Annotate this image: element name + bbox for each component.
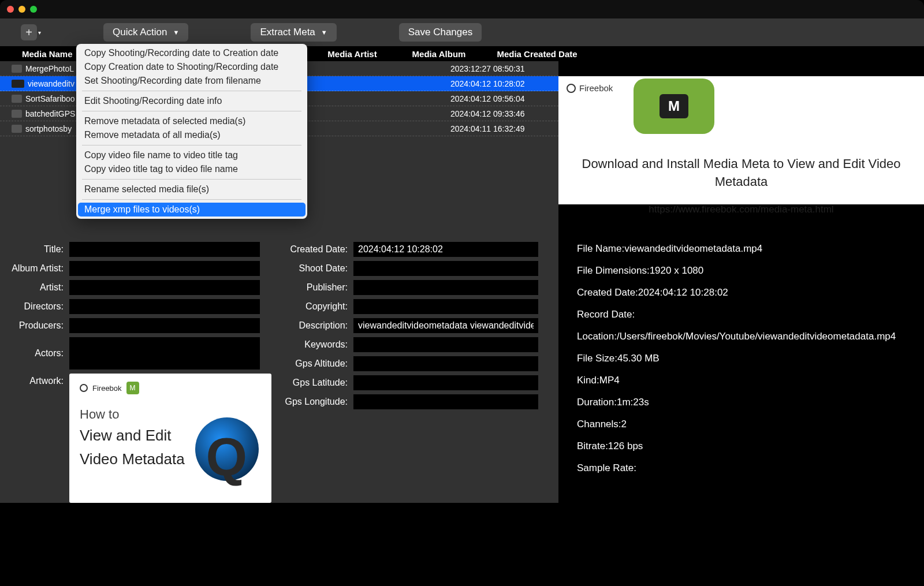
meta-line: Created Date: 2024:04:12 10:28:02 <box>577 287 919 298</box>
field-input[interactable] <box>69 280 260 295</box>
file-name: viewandeditv <box>28 79 74 88</box>
chevron-down-icon: ▼ <box>173 29 180 36</box>
field-label: Shoot Date: <box>277 263 353 274</box>
file-created-date: 2024:04:12 09:56:04 <box>450 94 554 103</box>
fireebok-logo-icon <box>80 384 88 392</box>
col-media-album[interactable]: Media Album <box>393 49 485 59</box>
save-changes-label: Save Changes <box>408 27 473 38</box>
menu-item[interactable]: Set Shooting/Recording date from filenam… <box>76 74 307 88</box>
field-label: Actors: <box>6 348 69 359</box>
quick-action-button[interactable]: Quick Action ▼ <box>103 23 188 42</box>
add-button[interactable]: + <box>21 24 37 40</box>
promo-heading: Download and Install Media Meta to View … <box>558 155 924 191</box>
file-created-date: 2024:04:12 10:28:02 <box>450 79 554 88</box>
col-media-created[interactable]: Media Created Date <box>485 49 589 59</box>
file-created-date: 2024:04:11 16:32:49 <box>450 124 554 133</box>
field-input[interactable] <box>353 356 538 371</box>
meta-line: Sample Rate: <box>577 462 919 474</box>
field-input[interactable] <box>353 242 538 257</box>
menu-item[interactable]: Remove metadata of selected media(s) <box>76 114 307 128</box>
menu-item[interactable]: Copy video file name to video title tag <box>76 148 307 162</box>
field-label: Producers: <box>6 320 69 331</box>
quicktime-q-icon: Q <box>206 430 247 483</box>
menu-item[interactable]: Edit Shooting/Recording date info <box>76 94 307 108</box>
close-window-button[interactable] <box>7 6 14 13</box>
meta-line: Location: /Users/fireebok/Movies/Youtube… <box>577 331 919 342</box>
app-tile-icon: M <box>634 79 714 134</box>
file-name: MergePhotoL <box>25 64 74 73</box>
field-input[interactable] <box>353 280 538 295</box>
field-input[interactable] <box>353 375 538 390</box>
meta-line: File Size: 45.30 MB <box>577 353 919 364</box>
menu-item[interactable]: Merge xmp files to videos(s) <box>78 203 305 217</box>
meta-line: File Dimensions: 1920 x 1080 <box>577 265 919 277</box>
menu-item[interactable]: Copy Creation date to Shooting/Recording… <box>76 60 307 74</box>
field-label: Artist: <box>6 282 69 293</box>
field-input[interactable] <box>353 318 538 333</box>
quick-action-label: Quick Action <box>113 27 167 38</box>
menu-item[interactable]: Copy video title tag to video file name <box>76 162 307 176</box>
field-label: Directors: <box>6 301 69 312</box>
meta-line: File Name: viewandeditvideometadata.mp4 <box>577 243 919 255</box>
field-label: Gps Longitude: <box>277 397 353 407</box>
toolbar: + ▾ Quick Action ▼ Extract Meta ▼ Save C… <box>0 18 924 46</box>
file-name: sortphotosby <box>25 124 72 133</box>
artwork-preview[interactable]: Fireebok M How to View and Edit Video Me… <box>69 374 271 503</box>
field-label: Description: <box>277 320 353 331</box>
maximize-window-button[interactable] <box>30 6 37 13</box>
promo-link[interactable]: https://www.fireebok.com/media-meta.html <box>649 204 833 215</box>
meta-line: Record Date: <box>577 309 919 320</box>
file-created-date: 2024:04:12 09:33:46 <box>450 109 554 118</box>
fireebok-logo-icon <box>567 84 576 93</box>
field-input[interactable] <box>69 299 260 314</box>
promo-brand: Fireebok <box>567 83 613 93</box>
meta-line: Bitrate: 126 bps <box>577 441 919 452</box>
chevron-down-icon: ▼ <box>321 29 327 36</box>
meta-line: Channels: 2 <box>577 419 919 430</box>
field-input[interactable] <box>353 394 538 409</box>
field-input[interactable] <box>353 337 538 352</box>
meta-line: Kind: MP4 <box>577 375 919 386</box>
artwork-label: Artwork: <box>6 374 69 503</box>
extract-meta-button[interactable]: Extract Meta ▼ <box>251 23 336 42</box>
field-label: Gps Latitude: <box>277 378 353 388</box>
menu-item[interactable]: Remove metadata of all media(s) <box>76 128 307 142</box>
file-name: batcheditGPS <box>25 109 75 118</box>
folder-icon <box>12 110 22 118</box>
metadata-editor: Title:Album Artist:Artist:Directors:Prod… <box>0 226 558 503</box>
field-label: Title: <box>6 244 69 255</box>
field-input[interactable] <box>353 261 538 276</box>
field-input[interactable] <box>69 318 260 333</box>
field-input[interactable] <box>69 261 260 276</box>
window-titlebar <box>0 0 924 18</box>
app-tile-icon-small: M <box>126 382 139 394</box>
file-info-panel: File Name: viewandeditvideometadata.mp4F… <box>558 226 924 503</box>
promo-panel: Fireebok M Download and Install Media Me… <box>558 76 924 204</box>
field-label: Publisher: <box>277 282 353 293</box>
meta-line: Duration: 1m:23s <box>577 397 919 408</box>
folder-icon <box>12 65 22 73</box>
folder-icon <box>12 95 22 103</box>
field-label: Copyright: <box>277 301 353 312</box>
field-input[interactable] <box>353 299 538 314</box>
video-icon <box>12 80 24 88</box>
field-label: Created Date: <box>277 244 353 255</box>
field-label: Gps Altitude: <box>277 359 353 369</box>
field-input[interactable] <box>69 337 260 369</box>
field-label: Keywords: <box>277 339 353 350</box>
quick-action-menu[interactable]: Copy Shooting/Recording date to Creation… <box>76 44 307 219</box>
col-media-artist[interactable]: Media Artist <box>312 49 393 59</box>
folder-icon <box>12 125 22 133</box>
file-created-date: 2023:12:27 08:50:31 <box>450 64 554 73</box>
extract-meta-label: Extract Meta <box>260 27 315 38</box>
field-input[interactable] <box>69 242 260 257</box>
add-dropdown-caret[interactable]: ▾ <box>38 29 41 36</box>
menu-item[interactable]: Rename selected media file(s) <box>76 182 307 196</box>
menu-item[interactable]: Copy Shooting/Recording date to Creation… <box>76 46 307 60</box>
field-label: Album Artist: <box>6 263 69 274</box>
minimize-window-button[interactable] <box>18 6 25 13</box>
file-name: SortSafariboo <box>25 94 75 103</box>
save-changes-button[interactable]: Save Changes <box>399 23 482 42</box>
